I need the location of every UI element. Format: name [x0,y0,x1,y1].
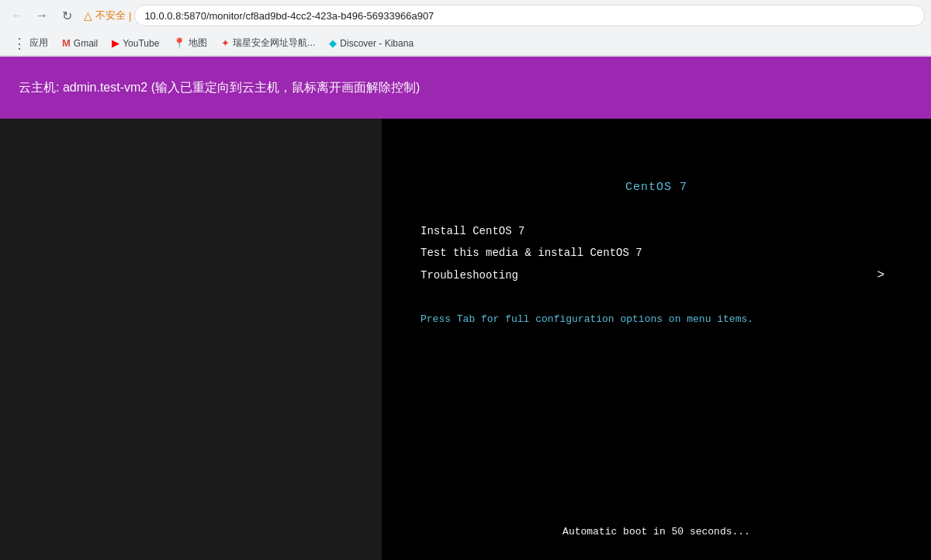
vm-banner-text: 云主机: admin.test-vm2 (输入已重定向到云主机，鼠标离开画面解除… [19,80,420,96]
bookmark-apps[interactable]: ⋮ 应用 [6,32,54,55]
bookmark-gmail[interactable]: M Gmail [56,34,104,52]
warning-icon: △ [84,9,92,22]
kibana-icon: ◆ [329,37,337,49]
menu-item-install[interactable]: Install CentOS 7 [421,225,915,237]
address-bar[interactable] [134,5,925,26]
bookmark-kibana[interactable]: ◆ Discover - Kibana [323,34,420,52]
bookmark-maps-label: 地图 [189,36,207,50]
vm-banner[interactable]: 云主机: admin.test-vm2 (输入已重定向到云主机，鼠标离开画面解除… [0,57,931,119]
bookmark-apps-label: 应用 [29,36,48,50]
apps-icon: ⋮ [12,35,26,52]
bookmark-gmail-label: Gmail [74,38,98,49]
chevron-right-icon: > [877,268,884,282]
reload-button[interactable]: ↻ [56,5,78,26]
security-indicator: △ 不安全 | [84,9,131,22]
maps-icon: 📍 [173,37,185,49]
bookmark-youtube-label: YouTube [123,38,159,49]
bookmark-kibana-label: Discover - Kibana [340,38,414,49]
bookmark-ruixing[interactable]: ✦ 瑞星安全网址导航... [215,33,321,53]
right-panel[interactable]: CentOS 7 Install CentOS 7 Test this medi… [382,119,931,560]
menu-item-test-install[interactable]: Test this media & install CentOS 7 [421,247,915,259]
test-install-label: Test this media & install CentOS 7 [421,247,642,259]
separator: | [129,10,131,22]
install-label: Install CentOS 7 [421,225,524,237]
console-area[interactable]: CentOS 7 Install CentOS 7 Test this medi… [0,119,931,560]
back-button[interactable]: ← [6,5,28,26]
auto-boot-text: Automatic boot in 50 seconds... [382,526,931,538]
navigation-bar: ← → ↻ △ 不安全 | [0,0,931,31]
tab-hint: Press Tab for full configuration options… [421,313,915,325]
menu-items: Install CentOS 7 Test this media & insta… [421,225,915,282]
gmail-icon: M [62,37,71,49]
troubleshooting-label: Troubleshooting [421,269,518,282]
centos-title: CentOS 7 [397,181,915,194]
bookmark-youtube[interactable]: ▶ YouTube [106,34,165,52]
menu-item-troubleshooting[interactable]: Troubleshooting > [421,268,884,282]
bookmark-maps[interactable]: 📍 地图 [167,33,213,53]
security-label: 不安全 [95,9,126,22]
bookmark-ruixing-label: 瑞星安全网址导航... [233,36,315,50]
left-panel [0,119,382,560]
ruixing-icon: ✦ [221,37,230,49]
forward-button[interactable]: → [31,5,53,26]
youtube-icon: ▶ [112,37,119,49]
bookmarks-bar: ⋮ 应用 M Gmail ▶ YouTube 📍 地图 ✦ 瑞星安全网址导航..… [0,31,931,56]
